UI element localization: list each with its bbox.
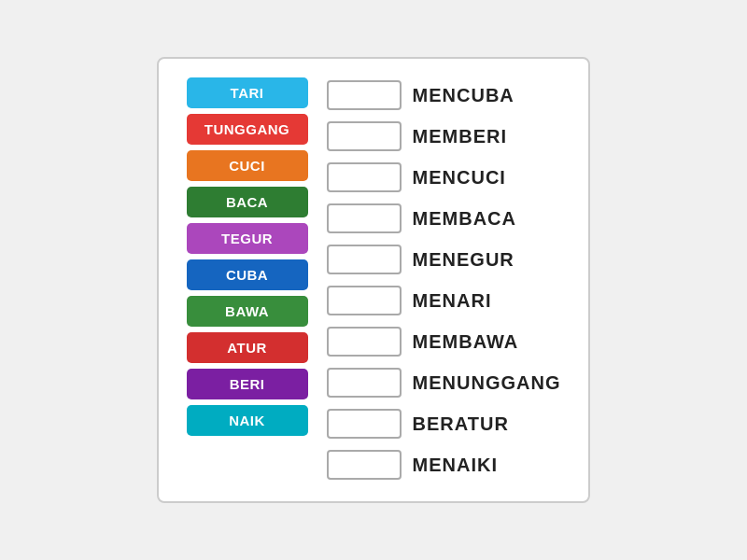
match-row-menunggang: MENUNGGANG [327, 365, 561, 400]
match-box-beratur[interactable] [327, 409, 402, 439]
match-row-mencuba: MENCUBA [327, 77, 561, 113]
match-label-mencuba: MENCUBA [413, 85, 514, 106]
match-row-mencuci: MENCUCI [327, 160, 561, 195]
word-btn-tari[interactable]: TARI [187, 77, 308, 108]
word-btn-atur[interactable]: ATUR [187, 332, 308, 363]
right-column: MENCUBAMEMBERIMENCUCIMEMBACAMENEGURMENAR… [327, 77, 561, 483]
match-row-menegur: MENEGUR [327, 242, 561, 277]
match-row-membaca: MEMBACA [327, 201, 561, 236]
match-box-menunggang[interactable] [327, 368, 402, 398]
match-row-menari: MENARI [327, 283, 561, 318]
word-btn-cuba[interactable]: CUBA [187, 259, 308, 290]
match-box-mencuci[interactable] [327, 162, 402, 192]
match-row-beratur: BERATUR [327, 406, 561, 441]
main-container: TARITUNGGANGCUCIBACATEGURCUBABAWAATURBER… [157, 57, 591, 503]
word-btn-tegur[interactable]: TEGUR [187, 223, 308, 254]
match-box-membawa[interactable] [327, 327, 402, 357]
match-label-memberi: MEMBERI [413, 126, 507, 147]
match-row-membawa: MEMBAWA [327, 324, 561, 359]
match-label-menunggang: MENUNGGANG [413, 372, 561, 394]
match-label-menaiki: MENAIKI [413, 455, 498, 476]
match-box-mencuba[interactable] [327, 80, 402, 110]
match-row-menaiki: MENAIKI [327, 447, 561, 483]
word-btn-tunggang[interactable]: TUNGGANG [187, 114, 308, 145]
word-btn-beri[interactable]: BERI [187, 369, 308, 399]
word-btn-naik[interactable]: NAIK [187, 405, 308, 436]
word-btn-baca[interactable]: BACA [187, 187, 308, 217]
match-label-menegur: MENEGUR [413, 249, 514, 271]
match-box-menaiki[interactable] [327, 450, 402, 480]
word-btn-cuci[interactable]: CUCI [187, 150, 308, 181]
left-column: TARITUNGGANGCUCIBACATEGURCUBABAWAATURBER… [187, 77, 308, 436]
match-label-beratur: BERATUR [413, 413, 509, 435]
match-box-menari[interactable] [327, 286, 402, 315]
match-box-memberi[interactable] [327, 121, 402, 151]
match-label-membaca: MEMBACA [413, 208, 516, 230]
match-box-membaca[interactable] [327, 203, 402, 233]
word-btn-bawa[interactable]: BAWA [187, 296, 308, 327]
match-box-menegur[interactable] [327, 245, 402, 274]
match-label-mencuci: MENCUCI [413, 167, 506, 189]
match-label-menari: MENARI [413, 290, 492, 312]
match-label-membawa: MEMBAWA [413, 331, 519, 353]
match-row-memberi: MEMBERI [327, 119, 561, 154]
